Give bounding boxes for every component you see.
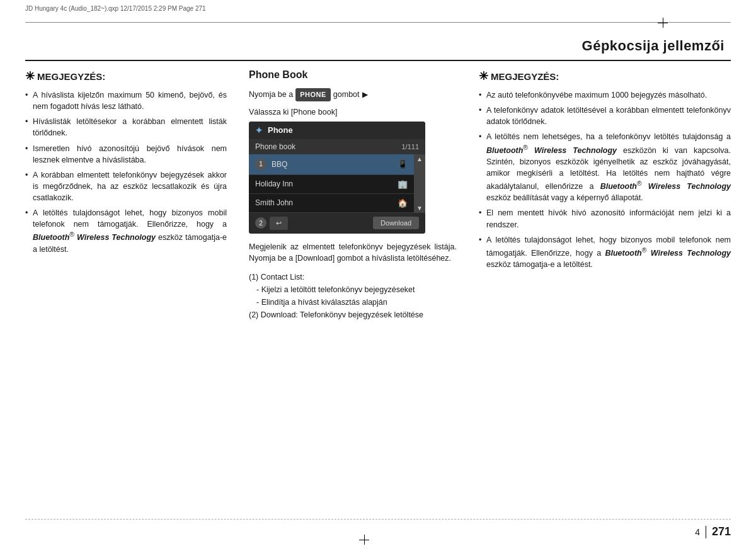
phone-button-badge: PHONE <box>295 88 331 101</box>
asterisk-icon: ✳ <box>25 69 35 83</box>
crosshair-bottom-center <box>359 535 369 545</box>
scroll-up-icon[interactable]: ▲ <box>415 156 424 162</box>
back-button[interactable]: ↩ <box>270 217 288 230</box>
footer-pagination: 4 271 <box>695 525 731 538</box>
footer-line <box>25 519 731 520</box>
page-title: Gépkocsija jellemzői <box>582 38 724 54</box>
arrow-icon: ▶ <box>362 89 368 100</box>
list-item: El nem mentett hívók hívó azonosító info… <box>479 207 731 230</box>
list-item-1-label: (1) Contact List: <box>249 271 457 283</box>
list-item: Az autó telefonkönyvébe maximum 1000 bej… <box>479 89 731 101</box>
instruction-text: Nyomja be a PHONE gombot ▶ <box>249 88 457 101</box>
phone-row-smith: Smith John 🏠 <box>249 194 414 213</box>
footer-left: 2 ↩ <box>255 217 288 230</box>
file-info: JD Hungary 4c (Audio_182~).qxp 12/17/201… <box>25 5 206 12</box>
page-divider <box>706 526 706 538</box>
asterisk-icon: ✳ <box>479 69 488 83</box>
phone-icon: 📱 <box>398 159 408 169</box>
phone-row-left: Holiday Inn <box>255 179 293 188</box>
page-prefix: 4 <box>695 527 700 537</box>
phone-row-left: Smith John <box>255 198 293 207</box>
list-item: A korábban elmentett telefonkönyv bejegy… <box>25 169 227 203</box>
header-line <box>25 60 731 61</box>
phone-ui-mockup: ✦ Phone Phone book 1/111 1 BBQ <box>249 122 425 234</box>
list-item: Ismeretlen hívó azonosítójú bejövő hívás… <box>25 143 227 166</box>
list-item-2: (2) Download: Telefonkönyv bejegyzések l… <box>249 309 457 321</box>
left-bullet-list: A híváslista kijelzőn maximum 50 kimenő,… <box>25 89 227 255</box>
right-bullet-list: Az autó telefonkönyvébe maximum 1000 bej… <box>479 89 731 270</box>
phone-row-bbq: 1 BBQ 📱 <box>249 154 414 175</box>
phone-rows: 1 BBQ 📱 Holiday Inn 🏢 <box>249 154 414 213</box>
description-text: Megjelenik az elmentett telefonkönyv bej… <box>249 241 457 265</box>
select-instruction: Válassza ki [Phone book] <box>249 108 457 116</box>
list-item: A telefonkönyv adatok letöltésével a kor… <box>479 105 731 127</box>
footer-circle-2: 2 <box>255 217 266 229</box>
numbered-list: (1) Contact List: - Kijelzi a letöltött … <box>249 271 457 321</box>
list-item-1a: - Kijelzi a letöltött telefonkönyv bejeg… <box>249 283 457 296</box>
phone-footer: 2 ↩ Download <box>249 213 425 234</box>
phone-row-holiday: Holiday Inn 🏢 <box>249 175 414 194</box>
top-border <box>25 22 731 23</box>
download-button[interactable]: Download <box>373 217 419 229</box>
scroll-bar[interactable]: ▲ ▼ <box>414 154 425 213</box>
phone-header-left: ✦ Phone <box>255 125 293 135</box>
main-content: ✳ MEGJEGYZÉS: A híváslista kijelzőn maxi… <box>25 69 731 513</box>
left-column: ✳ MEGJEGYZÉS: A híváslista kijelzőn maxi… <box>25 69 239 513</box>
phonebook-title: Phone Book <box>249 69 457 81</box>
row-number-circle: 1 <box>255 159 266 170</box>
list-item: A letöltés nem lehetséges, ha a telefonk… <box>479 131 731 203</box>
list-item: A letöltés tulajdonságot lehet, hogy biz… <box>479 234 731 271</box>
home-icon: 🏠 <box>398 198 408 208</box>
left-section-title: ✳ MEGJEGYZÉS: <box>25 69 227 83</box>
list-item: A letöltés tulajdonságot lehet, hogy biz… <box>25 207 227 255</box>
list-item: Híváslisták letöltésekor a korábban elme… <box>25 116 227 139</box>
crosshair-top-right <box>658 18 668 28</box>
list-item-1b: - Elindítja a hívást kiválasztás alapján <box>249 296 457 309</box>
right-section-title: ✳ MEGJEGYZÉS: <box>479 69 731 83</box>
phone-subheader: Phone book 1/111 <box>249 139 425 154</box>
right-column: ✳ MEGJEGYZÉS: Az autó telefonkönyvébe ma… <box>466 69 731 513</box>
list-item: A híváslista kijelzőn maximum 50 kimenő,… <box>25 89 227 112</box>
phone-rows-wrapper: 1 BBQ 📱 Holiday Inn 🏢 <box>249 154 425 213</box>
building-icon: 🏢 <box>398 179 408 189</box>
scroll-down-icon[interactable]: ▼ <box>415 205 424 212</box>
phone-header: ✦ Phone <box>249 122 425 139</box>
page-number: 271 <box>712 525 731 538</box>
middle-column: Phone Book Nyomja be a PHONE gombot ▶ Vá… <box>239 69 466 513</box>
bluetooth-icon: ✦ <box>255 125 263 135</box>
phone-row-left: 1 BBQ <box>255 159 287 170</box>
